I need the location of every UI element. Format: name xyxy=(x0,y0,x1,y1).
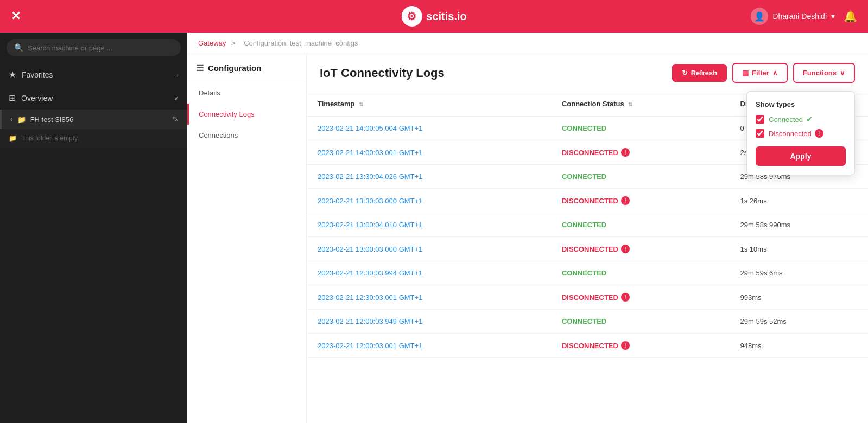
user-name: Dharani Deshidi xyxy=(772,12,827,21)
user-menu[interactable]: 👤 Dharani Deshidi ▾ xyxy=(751,8,835,25)
nav-item-connectivity-logs[interactable]: Connectivity Logs xyxy=(187,104,306,125)
top-nav: ✕ ⚙ scitis.io 👤 Dharani Deshidi ▾ 🔔 xyxy=(0,0,868,33)
cell-timestamp[interactable]: 2023-02-21 13:30:03.000 GMT+1 xyxy=(307,189,551,213)
sidebar-item-label: Favorites xyxy=(22,70,53,79)
disconnected-label: Disconnected ! xyxy=(769,129,823,138)
chevron-right-icon: › xyxy=(176,71,179,79)
folder-item[interactable]: ‹ 📁 FH test SI856 ✎ xyxy=(0,110,187,129)
bell-icon[interactable]: 🔔 xyxy=(844,10,857,23)
cell-status: DISCONNECTED ! xyxy=(551,285,730,309)
refresh-button[interactable]: ↻ Refresh xyxy=(672,64,727,82)
cell-timestamp[interactable]: 2023-02-21 13:30:04.026 GMT+1 xyxy=(307,165,551,189)
cell-timestamp[interactable]: 2023-02-21 12:30:03.001 GMT+1 xyxy=(307,285,551,310)
folder-icon: 📁 xyxy=(17,116,26,124)
table-row: 2023-02-21 12:00:03.949 GMT+1CONNECTED29… xyxy=(307,310,868,334)
filter-option-disconnected[interactable]: Disconnected ! xyxy=(756,129,846,138)
sidebar-item-overview[interactable]: ⊞ Overview ∨ xyxy=(0,86,187,110)
star-icon: ★ xyxy=(9,69,16,80)
content-header: IoT Connectivity Logs ↻ Refresh ▦ Filter… xyxy=(307,54,868,92)
nav-right: 👤 Dharani Deshidi ▾ 🔔 xyxy=(751,8,857,25)
cell-duration: 1s 10ms xyxy=(730,237,868,261)
cell-status: DISCONNECTED ! xyxy=(551,334,730,357)
main-content: IoT Connectivity Logs ↻ Refresh ▦ Filter… xyxy=(307,54,868,423)
apply-button[interactable]: Apply xyxy=(756,146,846,166)
cell-timestamp[interactable]: 2023-02-21 13:00:04.010 GMT+1 xyxy=(307,213,551,237)
sort-icon[interactable]: ⇅ xyxy=(628,101,632,107)
cell-duration: 29m 59s 6ms xyxy=(730,261,868,285)
cell-timestamp[interactable]: 2023-02-21 14:00:03.001 GMT+1 xyxy=(307,140,551,165)
cell-timestamp[interactable]: 2023-02-21 12:00:03.949 GMT+1 xyxy=(307,310,551,334)
breadcrumb-gateway[interactable]: Gateway xyxy=(198,39,226,47)
connected-checkbox[interactable] xyxy=(756,115,764,124)
cell-timestamp[interactable]: 2023-02-21 12:30:03.994 GMT+1 xyxy=(307,261,551,285)
cell-duration: 993ms xyxy=(730,285,868,310)
inner-layout: ☰ Configuration Details Connectivity Log… xyxy=(187,54,868,423)
disconnected-checkbox[interactable] xyxy=(756,129,764,138)
cell-status: CONNECTED xyxy=(551,213,730,237)
connected-label: Connected ✔ xyxy=(769,115,813,124)
warning-icon: ! xyxy=(621,293,630,302)
table-row: 2023-02-21 13:30:03.000 GMT+1DISCONNECTE… xyxy=(307,189,868,213)
edit-icon[interactable]: ✎ xyxy=(172,115,179,124)
functions-button[interactable]: Functions ∨ xyxy=(793,63,855,83)
table-row: 2023-02-21 12:30:03.994 GMT+1CONNECTED29… xyxy=(307,261,868,285)
hamburger-icon[interactable]: ☰ xyxy=(196,63,204,73)
cell-duration: 1s 26ms xyxy=(730,189,868,213)
cell-status: CONNECTED xyxy=(551,310,730,334)
cell-status: DISCONNECTED ! xyxy=(551,189,730,213)
table-row: 2023-02-21 12:00:03.001 GMT+1DISCONNECTE… xyxy=(307,334,868,358)
cell-timestamp[interactable]: 2023-02-21 14:00:05.004 GMT+1 xyxy=(307,116,551,140)
breadcrumb: Gateway > Configuration: test_machine_co… xyxy=(187,33,868,54)
logo-area: ⚙ scitis.io xyxy=(401,6,466,27)
config-nav: ☰ Configuration Details Connectivity Log… xyxy=(187,54,307,423)
warning-icon: ! xyxy=(621,148,630,157)
cell-duration: 29m 58s 990ms xyxy=(730,213,868,237)
cell-status: DISCONNECTED ! xyxy=(551,140,730,164)
check-icon: ✔ xyxy=(806,115,813,124)
table-row: 2023-02-21 13:00:04.010 GMT+1CONNECTED29… xyxy=(307,213,868,237)
search-icon: 🔍 xyxy=(14,43,23,52)
config-nav-title: Configuration xyxy=(208,63,261,73)
cell-status: CONNECTED xyxy=(551,116,730,140)
nav-item-connections[interactable]: Connections xyxy=(187,125,306,146)
cell-timestamp[interactable]: 2023-02-21 12:00:03.001 GMT+1 xyxy=(307,334,551,358)
refresh-icon: ↻ xyxy=(682,69,688,77)
sidebar: 🔍 ★ Favorites › ⊞ Overview ∨ ‹ 📁 FH test… xyxy=(0,33,187,423)
search-input[interactable] xyxy=(28,44,173,52)
empty-folder-label: 📁 This folder is empty. xyxy=(0,129,187,148)
filter-dropdown: Show types Connected ✔ Disconnected ! xyxy=(746,91,855,175)
filter-button[interactable]: ▦ Filter ∧ xyxy=(732,63,788,83)
filter-dropdown-title: Show types xyxy=(756,100,846,108)
chevron-down-icon: ∨ xyxy=(840,69,845,77)
sort-icon[interactable]: ⇅ xyxy=(359,101,363,107)
cell-timestamp[interactable]: 2023-02-21 13:00:03.000 GMT+1 xyxy=(307,237,551,261)
back-arrow-icon[interactable]: ‹ xyxy=(10,115,13,124)
col-connection-status: Connection Status ⇅ xyxy=(551,92,730,116)
avatar: 👤 xyxy=(751,8,768,25)
warning-icon: ! xyxy=(621,341,630,350)
search-bar[interactable]: 🔍 xyxy=(7,39,181,56)
logo-gear-icon: ⚙ xyxy=(401,6,422,27)
nav-item-details[interactable]: Details xyxy=(187,82,306,104)
page-title: IoT Connectivity Logs xyxy=(320,66,445,80)
warning-icon: ! xyxy=(815,129,823,138)
table-row: 2023-02-21 13:00:03.000 GMT+1DISCONNECTE… xyxy=(307,237,868,261)
cell-status: DISCONNECTED ! xyxy=(551,237,730,261)
breadcrumb-config: Configuration: test_machine_configs xyxy=(244,39,358,47)
chevron-down-icon: ∨ xyxy=(174,94,179,102)
folder-empty-icon: 📁 xyxy=(9,134,17,142)
filter-icon: ▦ xyxy=(742,69,749,77)
filter-option-connected[interactable]: Connected ✔ xyxy=(756,115,846,124)
warning-icon: ! xyxy=(621,196,630,205)
col-timestamp: Timestamp ⇅ xyxy=(307,92,551,116)
close-button[interactable]: ✕ xyxy=(11,9,21,23)
content-area: Gateway > Configuration: test_machine_co… xyxy=(187,33,868,423)
cell-status: CONNECTED xyxy=(551,165,730,189)
warning-icon: ! xyxy=(621,245,630,253)
cell-duration: 948ms xyxy=(730,334,868,358)
folder-name: FH test SI856 xyxy=(30,116,73,124)
breadcrumb-separator: > xyxy=(231,39,236,47)
config-nav-header: ☰ Configuration xyxy=(187,54,306,82)
sidebar-item-favorites[interactable]: ★ Favorites › xyxy=(0,63,187,86)
sidebar-item-label: Overview xyxy=(21,94,53,102)
